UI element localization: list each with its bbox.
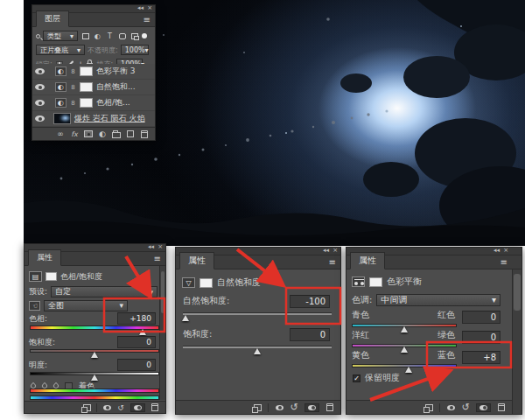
saturation-slider-handle[interactable]: [254, 348, 261, 354]
clip-to-layer-icon[interactable]: [82, 404, 91, 411]
link-layers-icon[interactable]: ∞: [56, 130, 65, 138]
panel-scrollbar[interactable]: [159, 266, 165, 400]
layer-visibility-icon[interactable]: [35, 84, 45, 90]
layer-style-icon[interactable]: fx: [70, 130, 79, 138]
tab-layers[interactable]: 图层: [36, 10, 69, 27]
visibility-icon[interactable]: [130, 403, 145, 412]
collapse-panel-icon[interactable]: ◂◂: [137, 4, 144, 11]
collapse-panel-icon[interactable]: ◂◂: [148, 243, 154, 250]
tab-properties[interactable]: 属性: [350, 252, 385, 270]
blend-mode-dropdown[interactable]: 正片叠底▾: [36, 45, 85, 55]
panel-menu-icon[interactable]: ≡: [500, 257, 508, 267]
layer-name[interactable]: 色相/饱...: [96, 97, 130, 108]
vibrance-value-box[interactable]: -100: [290, 295, 330, 308]
hue-footer: ↺: [24, 401, 165, 413]
channel-dropdown[interactable]: 全图▾: [44, 300, 128, 312]
filter-type-layers-icon[interactable]: T: [105, 32, 115, 40]
magenta-green-value-box[interactable]: 0: [462, 331, 500, 344]
hue-value-box[interactable]: +180: [117, 312, 156, 325]
collapse-panel-icon[interactable]: ◂◂: [494, 247, 500, 254]
filter-toggle-icon[interactable]: [142, 33, 147, 38]
panel-menu-icon[interactable]: ≡: [144, 15, 150, 24]
collapse-panel-icon[interactable]: ◂◂: [323, 247, 329, 254]
saturation-value-box[interactable]: 0: [290, 328, 330, 341]
filter-adjustment-layers-icon[interactable]: ◐: [93, 32, 102, 40]
cyan-red-value-box[interactable]: 0: [462, 311, 500, 324]
mask-thumbnail-icon[interactable]: [46, 272, 57, 281]
new-adjustment-layer-icon[interactable]: ◐: [98, 130, 107, 138]
delete-adjustment-icon[interactable]: [150, 403, 159, 411]
tab-properties[interactable]: 属性: [28, 249, 61, 266]
close-panel-icon[interactable]: ×: [332, 247, 338, 254]
layer-mask-thumbnail[interactable]: [80, 82, 93, 92]
preserve-luminosity-checkbox[interactable]: ✓: [353, 374, 360, 382]
adjustment-thumbnail-icon[interactable]: ◐: [55, 66, 66, 76]
layer-name[interactable]: 自然饱和...: [96, 81, 136, 93]
new-layer-icon[interactable]: [126, 130, 135, 137]
vibrance-slider-handle[interactable]: [182, 315, 189, 321]
magenta-green-slider[interactable]: [352, 344, 457, 347]
layer-name[interactable]: 爆炸 岩石 陨石 火焰: [74, 113, 145, 124]
close-panel-icon[interactable]: ×: [158, 243, 163, 250]
yellow-blue-value-box[interactable]: +8: [462, 351, 500, 364]
scrollbar-thumb[interactable]: [161, 271, 164, 313]
yellow-blue-slider[interactable]: [352, 364, 457, 368]
mask-thumbnail-icon[interactable]: [369, 277, 382, 287]
mask-thumbnail-icon[interactable]: [200, 278, 213, 288]
clip-to-layer-icon[interactable]: [253, 404, 262, 411]
reset-icon[interactable]: ↺: [116, 403, 125, 412]
layer-row-color-balance[interactable]: ◐ 8 色彩平衡 3: [32, 64, 155, 80]
saturation-slider-handle[interactable]: [91, 352, 98, 358]
filter-type-dropdown[interactable]: 类型▾: [43, 31, 78, 41]
layer-visibility-icon[interactable]: [35, 68, 45, 74]
saturation-slider[interactable]: [30, 349, 159, 353]
view-previous-state-icon[interactable]: [446, 405, 455, 410]
adjustment-thumbnail-icon[interactable]: ◐: [55, 82, 66, 92]
view-previous-state-icon[interactable]: [275, 405, 284, 410]
preset-dropdown[interactable]: 自定▾: [51, 286, 158, 298]
view-previous-state-icon[interactable]: [102, 405, 111, 410]
reset-icon[interactable]: ↺: [461, 402, 470, 413]
panel-menu-icon[interactable]: ≡: [154, 254, 161, 263]
panel-scrollbar[interactable]: [512, 270, 522, 414]
panel-menu-icon[interactable]: ≡: [329, 257, 336, 267]
layer-mask-thumbnail[interactable]: [80, 98, 93, 108]
adjustment-thumbnail-icon[interactable]: ◐: [55, 98, 66, 108]
visibility-icon[interactable]: [304, 403, 319, 412]
layer-visibility-icon[interactable]: [35, 100, 45, 106]
close-panel-icon[interactable]: ×: [147, 4, 152, 11]
vibrance-slider[interactable]: [183, 312, 332, 315]
delete-adjustment-icon[interactable]: [497, 403, 506, 411]
add-mask-icon[interactable]: [84, 130, 93, 137]
reset-icon[interactable]: ↺: [290, 402, 298, 413]
hue-slider-handle[interactable]: [139, 329, 146, 335]
cyan-red-slider[interactable]: [352, 324, 457, 327]
hue-slider[interactable]: [30, 326, 159, 330]
layer-name[interactable]: 色彩平衡 3: [96, 66, 136, 77]
scrollbar-thumb[interactable]: [514, 274, 521, 311]
filter-pixel-layers-icon[interactable]: [80, 32, 90, 40]
layer-thumbnail[interactable]: [53, 113, 71, 124]
clip-to-layer-icon[interactable]: [424, 404, 433, 411]
saturation-value-box[interactable]: 0: [117, 336, 156, 348]
targeted-adjustment-icon[interactable]: ☜: [29, 301, 40, 311]
layer-row-background-image[interactable]: 爆炸 岩石 陨石 火焰: [32, 111, 155, 127]
delete-layer-icon[interactable]: [140, 130, 149, 138]
opacity-value[interactable]: 100%▾: [121, 45, 149, 55]
layer-mask-thumbnail[interactable]: [80, 66, 93, 76]
filter-shape-layers-icon[interactable]: [117, 32, 127, 40]
lightness-value-box[interactable]: 0: [117, 359, 156, 371]
delete-adjustment-icon[interactable]: [326, 403, 334, 411]
filter-smart-object-icon[interactable]: [130, 32, 139, 40]
layer-visibility-icon[interactable]: [35, 116, 45, 122]
saturation-slider[interactable]: [183, 346, 332, 348]
lightness-slider[interactable]: [30, 372, 159, 375]
visibility-icon[interactable]: [476, 403, 491, 412]
blend-row: 正片叠底▾ 不透明度: 100%▾: [32, 44, 155, 56]
close-panel-icon[interactable]: ×: [503, 247, 508, 254]
tab-properties[interactable]: 属性: [179, 252, 214, 270]
layer-row-hue-saturation[interactable]: ◐ 8 色相/饱...: [32, 95, 155, 111]
new-group-icon[interactable]: [112, 130, 121, 138]
tone-dropdown[interactable]: 中间调▾: [376, 294, 500, 306]
layer-row-vibrance[interactable]: ◐ 8 自然饱和...: [32, 80, 155, 95]
